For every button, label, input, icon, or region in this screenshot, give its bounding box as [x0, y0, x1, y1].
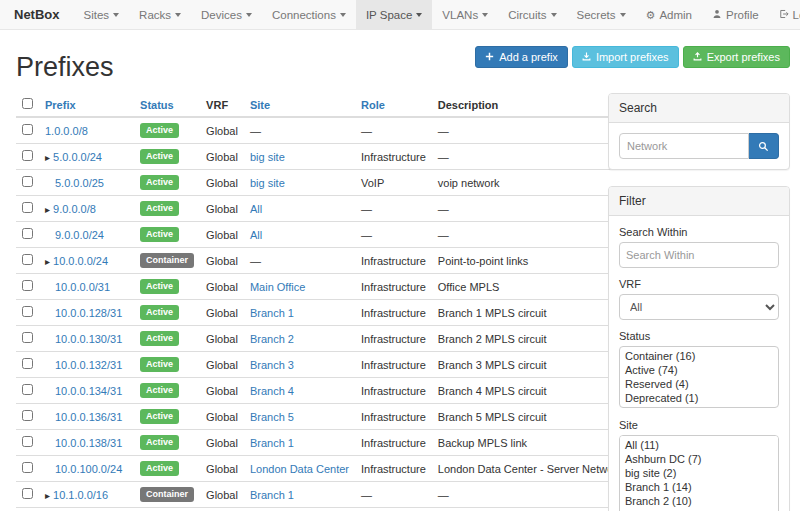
nav-item-secrets[interactable]: Secrets [567, 0, 636, 29]
page-header: Prefixes Add a prefixImport prefixesExpo… [16, 34, 790, 83]
caret-down-icon [416, 13, 422, 17]
site-link[interactable]: Branch 1 [250, 307, 294, 319]
row-checkbox[interactable] [22, 358, 33, 369]
column-sort-link[interactable]: Site [250, 99, 270, 111]
site-link[interactable]: big site [250, 151, 285, 163]
filter-multiselect-site[interactable]: All (11)Ashburn DC (7)big site (2)Branch… [619, 435, 779, 511]
prefix-row: 9.0.0.0/24ActiveGlobalAll—— [16, 222, 628, 248]
prefix-row: 10.0.0.132/31ActiveGlobalBranch 3Infrast… [16, 352, 628, 378]
row-checkbox[interactable] [22, 150, 33, 161]
export-prefixes-button[interactable]: Export prefixes [683, 46, 790, 68]
expand-arrow-icon[interactable]: ▸ [45, 152, 50, 163]
column-header-site[interactable]: Site [244, 93, 355, 117]
page-title: Prefixes [16, 52, 114, 83]
column-header-prefix[interactable]: Prefix [39, 93, 134, 117]
site-cell: big site [244, 170, 355, 196]
prefix-link[interactable]: 10.0.0.134/31 [55, 385, 122, 397]
prefix-link[interactable]: 10.1.0.0/16 [53, 489, 108, 501]
row-checkbox[interactable] [22, 332, 33, 343]
expand-arrow-icon[interactable]: ▸ [45, 490, 50, 501]
filter-multiselect-status[interactable]: Container (16)Active (74)Reserved (4)Dep… [619, 346, 779, 408]
import-prefixes-button[interactable]: Import prefixes [572, 46, 679, 68]
prefix-link[interactable]: 10.0.0.132/31 [55, 359, 122, 371]
row-checkbox[interactable] [22, 202, 33, 213]
site-link[interactable]: Branch 1 [250, 489, 294, 501]
vrf-cell: Global [200, 300, 244, 326]
site-link[interactable]: Branch 3 [250, 359, 294, 371]
select-all-checkbox[interactable] [22, 98, 33, 109]
site-link[interactable]: London Data Center [250, 463, 349, 475]
expand-arrow-icon[interactable]: ▸ [45, 204, 50, 215]
column-sort-link[interactable]: Prefix [45, 99, 76, 111]
nav-item-connections[interactable]: Connections [262, 0, 356, 29]
row-checkbox[interactable] [22, 384, 33, 395]
search-button[interactable] [749, 133, 779, 159]
description-cell: Branch 4 MPLS circuit [432, 378, 629, 404]
row-checkbox[interactable] [22, 462, 33, 473]
role-cell: Infrastructure [355, 274, 432, 300]
prefix-link[interactable]: 1.0.0.0/8 [45, 125, 88, 137]
description-cell: Office MPLS [432, 274, 629, 300]
site-link[interactable]: Branch 5 [250, 411, 294, 423]
add-a-prefix-button[interactable]: Add a prefix [475, 46, 568, 68]
vrf-cell: Global [200, 508, 244, 511]
column-sort-link[interactable]: Role [361, 99, 385, 111]
column-header-status[interactable]: Status [134, 93, 200, 117]
row-checkbox[interactable] [22, 436, 33, 447]
nav-item-devices[interactable]: Devices [191, 0, 262, 29]
vrf-cell: Global [200, 326, 244, 352]
nav-item-circuits[interactable]: Circuits [498, 0, 566, 29]
nav-item-ip-space[interactable]: IP Space [356, 0, 432, 29]
row-checkbox[interactable] [22, 254, 33, 265]
nav-item-label: Secrets [577, 9, 616, 21]
prefix-link[interactable]: 10.0.100.0/24 [55, 463, 122, 475]
column-header-role[interactable]: Role [355, 93, 432, 117]
prefix-link[interactable]: 10.0.0.136/31 [55, 411, 122, 423]
site-link[interactable]: big site [250, 177, 285, 189]
row-checkbox[interactable] [22, 176, 33, 187]
status-badge: Active [140, 409, 179, 424]
nav-item-sites[interactable]: Sites [74, 0, 130, 29]
role-cell: — [355, 117, 432, 144]
row-checkbox[interactable] [22, 228, 33, 239]
description-cell: London Data Center - Server Network [432, 456, 629, 482]
site-link[interactable]: Branch 1 [250, 437, 294, 449]
user-nav-log-out[interactable]: Log out [769, 0, 800, 29]
prefix-link[interactable]: 5.0.0.0/25 [55, 177, 104, 189]
column-sort-link[interactable]: Status [140, 99, 174, 111]
prefix-link[interactable]: 10.0.0.0/24 [53, 255, 108, 267]
prefix-link[interactable]: 9.0.0.0/24 [55, 229, 104, 241]
row-checkbox[interactable] [22, 306, 33, 317]
row-checkbox[interactable] [22, 488, 33, 499]
site-link[interactable]: Main Office [250, 281, 305, 293]
user-nav-profile[interactable]: Profile [702, 0, 769, 29]
prefix-link[interactable]: 10.0.0.0/31 [55, 281, 110, 293]
nav-item-racks[interactable]: Racks [129, 0, 191, 29]
row-checkbox[interactable] [22, 280, 33, 291]
nav-item-label: Devices [201, 9, 242, 21]
site-link[interactable]: All [250, 229, 262, 241]
row-checkbox[interactable] [22, 410, 33, 421]
button-label: Import prefixes [596, 51, 669, 63]
nav-item-label: Racks [139, 9, 171, 21]
status-badge: Container [140, 487, 194, 502]
search-input[interactable] [619, 133, 749, 159]
status-badge: Container [140, 253, 194, 268]
expand-arrow-icon[interactable]: ▸ [45, 256, 50, 267]
site-link[interactable]: Branch 2 [250, 333, 294, 345]
user-nav-admin[interactable]: ⚙Admin [636, 0, 702, 29]
nav-item-vlans[interactable]: VLANs [432, 0, 498, 29]
description-cell: Backup MPLS link [432, 430, 629, 456]
netbox-logo[interactable]: NetBox [0, 0, 74, 29]
prefix-link[interactable]: 9.0.0.0/8 [53, 203, 96, 215]
filter-input-search-within[interactable] [619, 242, 779, 268]
prefix-link[interactable]: 10.0.0.138/31 [55, 437, 122, 449]
prefix-link[interactable]: 10.0.0.130/31 [55, 333, 122, 345]
prefix-link[interactable]: 10.0.0.128/31 [55, 307, 122, 319]
site-link[interactable]: Branch 4 [250, 385, 294, 397]
description-cell: Branch 3 MPLS circuit [432, 352, 629, 378]
row-checkbox[interactable] [22, 124, 33, 135]
site-link[interactable]: All [250, 203, 262, 215]
prefix-link[interactable]: 5.0.0.0/24 [53, 151, 102, 163]
filter-select-vrf[interactable]: All [619, 294, 779, 320]
